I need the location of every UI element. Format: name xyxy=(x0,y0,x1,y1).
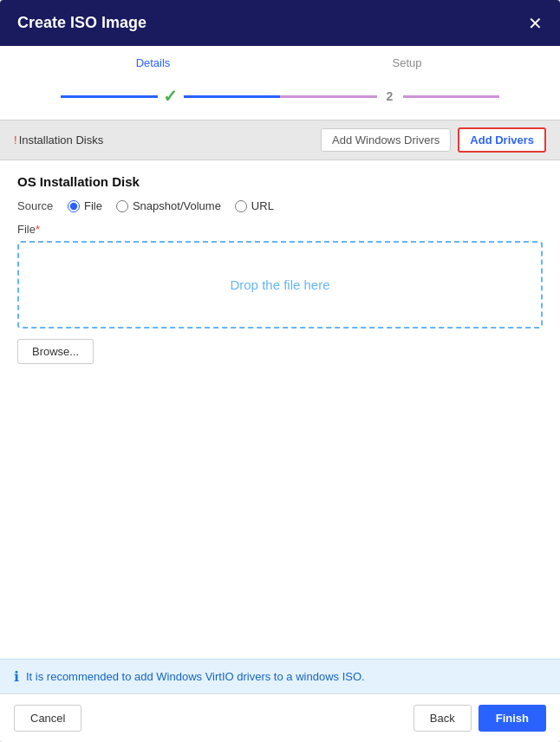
step-1-check: ✓ xyxy=(163,86,178,107)
snapshot-radio[interactable] xyxy=(116,200,128,212)
progress-bar-4 xyxy=(403,95,500,98)
progress-row: ✓ 2 xyxy=(17,83,543,120)
file-radio[interactable] xyxy=(68,200,80,212)
url-radio-text: URL xyxy=(251,199,274,212)
source-radio-group: File Snapshot/Volume URL xyxy=(68,199,274,212)
section-title: OS Installation Disk xyxy=(17,174,543,189)
modal-header: Create ISO Image ✕ xyxy=(0,0,560,46)
file-label: File* xyxy=(17,223,543,236)
required-star: * xyxy=(36,223,40,236)
toolbar-section-label: !Installation Disks xyxy=(14,133,103,146)
source-label: Source xyxy=(17,199,61,212)
info-icon: ℹ xyxy=(14,668,19,685)
step-2-indicator: 2 xyxy=(377,83,403,109)
stepper-track: Details Setup xyxy=(17,56,543,83)
back-button[interactable]: Back xyxy=(413,705,472,732)
add-windows-drivers-button[interactable]: Add Windows Drivers xyxy=(321,128,451,152)
close-button[interactable]: ✕ xyxy=(528,15,543,32)
url-radio[interactable] xyxy=(235,200,247,212)
file-radio-label[interactable]: File xyxy=(68,199,102,212)
create-iso-modal: Create ISO Image ✕ Details Setup ✓ 2 xyxy=(0,0,560,742)
toolbar-indicator: ! xyxy=(14,133,17,146)
drop-zone-text: Drop the file here xyxy=(230,277,329,292)
snapshot-radio-label[interactable]: Snapshot/Volume xyxy=(116,199,221,212)
modal-title: Create ISO Image xyxy=(17,14,147,32)
cancel-button[interactable]: Cancel xyxy=(14,705,81,732)
url-radio-label[interactable]: URL xyxy=(235,199,274,212)
file-radio-text: File xyxy=(84,199,102,212)
modal-footer: Cancel Back Finish xyxy=(0,693,560,742)
progress-bar-2 xyxy=(184,95,281,98)
step-2: Setup xyxy=(280,56,534,76)
footer-info-text: It is recommended to add Windows VirtIO … xyxy=(26,670,365,683)
add-drivers-button[interactable]: Add Drivers xyxy=(458,127,546,153)
browse-button[interactable]: Browse... xyxy=(17,339,94,364)
step-1: Details xyxy=(26,56,280,76)
step-1-label: Details xyxy=(136,56,171,69)
progress-bar-1 xyxy=(61,95,158,98)
step-1-indicator: ✓ xyxy=(158,83,184,109)
finish-button[interactable]: Finish xyxy=(479,705,546,732)
modal-body: OS Installation Disk Source File Snapsho… xyxy=(0,160,560,659)
toolbar: !Installation Disks Add Windows Drivers … xyxy=(0,120,560,160)
toolbar-actions: Add Windows Drivers Add Drivers xyxy=(321,127,546,153)
footer-info-bar: ℹ It is recommended to add Windows VirtI… xyxy=(0,659,560,693)
drop-zone[interactable]: Drop the file here xyxy=(17,241,543,329)
step-2-label: Setup xyxy=(393,56,422,69)
footer-right: Back Finish xyxy=(413,705,546,732)
stepper: Details Setup ✓ 2 xyxy=(0,46,560,120)
progress-bar-3 xyxy=(280,95,377,98)
snapshot-radio-text: Snapshot/Volume xyxy=(133,199,221,212)
source-row: Source File Snapshot/Volume URL xyxy=(17,199,543,212)
